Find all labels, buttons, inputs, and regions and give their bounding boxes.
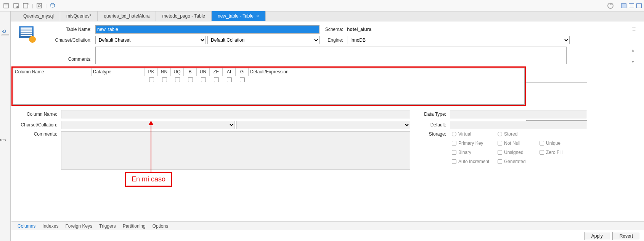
un-checkbox[interactable] bbox=[201, 77, 206, 82]
btab-columns[interactable]: Columns bbox=[17, 222, 36, 230]
layout-toggle-2[interactable] bbox=[629, 3, 634, 8]
schema-label: Schema: bbox=[324, 27, 347, 32]
comments-textarea[interactable] bbox=[95, 47, 567, 64]
revert-button[interactable]: Revert bbox=[612, 232, 640, 240]
tab-misqueries[interactable]: misQueries* bbox=[60, 11, 98, 21]
btab-indexes[interactable]: Indexes bbox=[42, 222, 59, 230]
detail-default-input[interactable] bbox=[450, 121, 587, 129]
col-header-ai[interactable]: AI bbox=[223, 68, 236, 76]
btab-foreign-keys[interactable]: Foreign Keys bbox=[64, 222, 93, 230]
annotation-box: En mi caso bbox=[125, 172, 172, 187]
col-header-g[interactable]: G bbox=[236, 68, 249, 76]
svg-point-7 bbox=[38, 5, 40, 7]
col-header-datatype[interactable]: Datatype bbox=[92, 68, 145, 76]
checkbox-icon bbox=[452, 150, 456, 155]
charset-select[interactable]: Default Charset bbox=[95, 36, 206, 44]
layout-toggle-1[interactable] bbox=[621, 3, 626, 8]
nn-checkbox[interactable] bbox=[162, 77, 167, 82]
footer-buttons: Apply Revert bbox=[584, 231, 640, 241]
comments-label: Comments: bbox=[42, 47, 95, 62]
opt-nn[interactable]: Not Null bbox=[498, 141, 540, 146]
col-header-name[interactable]: Column Name bbox=[13, 68, 92, 76]
opt-stored[interactable]: Stored bbox=[498, 131, 540, 137]
ai-checkbox[interactable] bbox=[227, 77, 232, 82]
tab-label: misQueries* bbox=[66, 13, 91, 19]
detail-charset-select[interactable] bbox=[61, 121, 235, 129]
opt-gen[interactable]: Generated bbox=[498, 159, 540, 164]
table-name-input[interactable] bbox=[95, 25, 320, 34]
tab-label: queries_bd_hotelAlura bbox=[104, 13, 149, 19]
zf-checkbox[interactable] bbox=[214, 77, 219, 82]
detail-comments-label: Comments: bbox=[11, 131, 61, 137]
bottom-tabstrip: Columns Indexes Foreign Keys Triggers Pa… bbox=[11, 221, 644, 230]
checkbox-icon bbox=[498, 141, 502, 146]
opt-un[interactable]: Unsigned bbox=[498, 150, 540, 155]
toolbar-search-icon[interactable] bbox=[35, 2, 43, 10]
opt-bin[interactable]: Binary bbox=[452, 150, 498, 155]
layout-toggle-3[interactable] bbox=[636, 3, 642, 8]
schema-value: hotel_alura bbox=[347, 27, 371, 32]
update-icon[interactable] bbox=[607, 2, 614, 10]
tab-label: new_table - Table bbox=[218, 13, 254, 19]
tab-label: metodo_pago - Table bbox=[162, 13, 205, 19]
col-header-un[interactable]: UN bbox=[197, 68, 210, 76]
radio-icon bbox=[498, 132, 502, 136]
columns-grid[interactable]: Column Name Datatype PK NN UQ B UN ZF AI… bbox=[13, 68, 525, 105]
svg-rect-0 bbox=[4, 3, 8, 8]
col-header-uq[interactable]: UQ bbox=[171, 68, 184, 76]
detail-colname-input[interactable] bbox=[61, 110, 410, 118]
tab-metodo-pago[interactable]: metodo_pago - Table bbox=[156, 11, 212, 21]
columns-empty-row[interactable] bbox=[13, 76, 524, 84]
btab-partitioning[interactable]: Partitioning bbox=[122, 222, 146, 230]
detail-default-label: Default: bbox=[419, 122, 450, 128]
col-header-b[interactable]: B bbox=[184, 68, 197, 76]
collapse-chevron[interactable]: ︿︿ bbox=[632, 25, 636, 31]
col-header-nn[interactable]: NN bbox=[158, 68, 171, 76]
left-panel-text: res bbox=[0, 137, 6, 142]
opt-virtual[interactable]: Virtual bbox=[452, 131, 498, 137]
charset-label: Charset/Collation: bbox=[42, 37, 95, 43]
toolbar-icon-1[interactable] bbox=[2, 2, 10, 10]
columns-grid-overflow bbox=[526, 82, 587, 121]
scroll-up-icon[interactable]: ▲ bbox=[631, 48, 636, 52]
detail-collation-select[interactable] bbox=[236, 121, 410, 129]
detail-colname-label: Column Name: bbox=[11, 112, 61, 117]
scroll-down-icon[interactable]: ▼ bbox=[631, 60, 636, 64]
col-header-pk[interactable]: PK bbox=[145, 68, 158, 76]
columns-grid-highlight: Column Name Datatype PK NN UQ B UN ZF AI… bbox=[11, 66, 526, 106]
opt-uq[interactable]: Unique bbox=[540, 141, 578, 146]
svg-point-3 bbox=[16, 6, 19, 8]
svg-rect-6 bbox=[37, 3, 42, 8]
opt-pk[interactable]: Primary Key bbox=[452, 141, 498, 146]
col-header-zf[interactable]: ZF bbox=[210, 68, 223, 76]
col-header-default[interactable]: Default/Expression bbox=[249, 68, 524, 76]
tab-new-table[interactable]: new_table - Table✕ bbox=[212, 11, 266, 21]
tab-queries-mysql[interactable]: Queries_mysql bbox=[17, 11, 60, 21]
editor-tabstrip: Queries_mysql misQueries* queries_bd_hot… bbox=[0, 11, 644, 21]
annotation-line bbox=[151, 123, 151, 172]
pk-checkbox[interactable] bbox=[149, 77, 154, 82]
uq-checkbox[interactable] bbox=[175, 77, 180, 82]
collation-select[interactable]: Default Collation bbox=[207, 36, 320, 44]
detail-comments-textarea[interactable] bbox=[61, 131, 410, 170]
toolbar-icon-3[interactable]: I bbox=[22, 2, 30, 10]
engine-label: Engine: bbox=[324, 37, 347, 43]
checkbox-icon bbox=[452, 141, 456, 146]
opt-ai[interactable]: Auto Increment bbox=[452, 159, 498, 164]
toolbar-icon-2[interactable] bbox=[12, 2, 20, 10]
opt-zf[interactable]: Zero Fill bbox=[540, 150, 578, 155]
b-checkbox[interactable] bbox=[188, 77, 193, 82]
engine-select[interactable]: InnoDB bbox=[347, 36, 570, 44]
detail-storage-label: Storage: bbox=[419, 131, 450, 137]
btab-triggers[interactable]: Triggers bbox=[98, 222, 117, 230]
btab-options[interactable]: Options bbox=[152, 222, 169, 230]
close-icon[interactable]: ✕ bbox=[256, 14, 259, 19]
toolbar-db-icon[interactable] bbox=[49, 2, 56, 10]
g-checkbox[interactable] bbox=[240, 77, 245, 82]
top-toolbar: I | | bbox=[0, 0, 644, 11]
svg-text:I: I bbox=[28, 3, 29, 6]
checkbox-icon bbox=[540, 150, 544, 155]
table-icon bbox=[19, 26, 34, 41]
tab-hotelalura[interactable]: queries_bd_hotelAlura bbox=[98, 11, 156, 21]
apply-button[interactable]: Apply bbox=[584, 232, 610, 240]
